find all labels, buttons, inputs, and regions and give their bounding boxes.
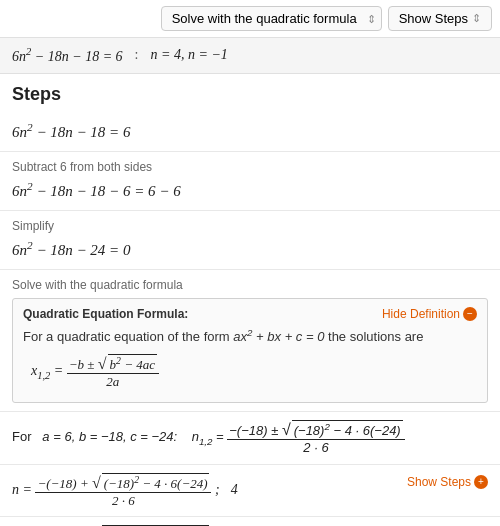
def-text-part1: For a quadratic equation of the form [23, 329, 230, 344]
header-equation: 6n2 − 18n − 18 = 6 [12, 46, 123, 65]
step-2-equation: 6n2 − 18n − 18 − 6 = 6 − 6 [12, 178, 488, 202]
header-solution: n = 4, n = −1 [151, 47, 228, 63]
solution-1-show-steps-icon: + [474, 475, 488, 489]
hide-def-icon: − [463, 307, 477, 321]
equation-header: 6n2 − 18n − 18 = 6 : n = 4, n = −1 [0, 38, 500, 74]
definition-header: Quadratic Equation Formula: Hide Definit… [23, 307, 477, 321]
header-separator: : [135, 47, 139, 63]
show-steps-arrow-icon: ⇕ [472, 12, 481, 25]
quadratic-formula-display: x1,2 = −b ± √b2 − 4ac 2a [23, 352, 477, 394]
solution-1-answer: 4 [231, 482, 238, 497]
show-steps-button[interactable]: Show Steps ⇕ [388, 6, 492, 31]
show-steps-label: Show Steps [399, 11, 468, 26]
content-area: Steps 6n2 − 18n − 18 = 6 Subtract 6 from… [0, 74, 500, 526]
solution-2-block: Show Steps + n = −(−18) − √(−18)2 − 4 · … [0, 517, 500, 526]
step-3-equation: 6n2 − 18n − 24 = 0 [12, 237, 488, 261]
sol1-fraction: −(−18) + √(−18)2 − 4 · 6(−24) 2 · 6 [35, 473, 211, 509]
step-1-block: 6n2 − 18n − 18 = 6 [0, 111, 500, 152]
for-formula-fraction: −(−18) ± √(−18)2 − 4 · 6(−24) 2 · 6 [227, 420, 404, 456]
def-suffix: the solutions are [328, 329, 423, 344]
method-dropdown[interactable]: Solve with the quadratic formula [161, 6, 382, 31]
step-3-label: Simplify [12, 219, 488, 233]
step-3-block: Simplify 6n2 − 18n − 24 = 0 [0, 211, 500, 270]
quadratic-formula-fraction: −b ± √b2 − 4ac 2a [67, 354, 159, 390]
hide-definition-button[interactable]: Hide Definition − [382, 307, 477, 321]
solution-1-block: Show Steps + n = −(−18) + √(−18)2 − 4 · … [0, 465, 500, 518]
for-values: a = 6, b = −18, c = −24: [42, 429, 177, 444]
definition-box: Quadratic Equation Formula: Hide Definit… [12, 298, 488, 403]
solution-1-show-steps-button[interactable]: Show Steps + [407, 475, 488, 489]
step-2-label: Subtract 6 from both sides [12, 160, 488, 174]
def-form: ax2 + bx + c = 0 [233, 329, 324, 344]
quadratic-section-title: Solve with the quadratic formula [12, 278, 488, 292]
for-line: For a = 6, b = −18, c = −24: n1,2 = −(−1… [0, 412, 500, 465]
definition-label: Quadratic Equation Formula: [23, 307, 188, 321]
solution-1-show-steps-label: Show Steps [407, 475, 471, 489]
method-dropdown-wrapper[interactable]: Solve with the quadratic formula [161, 6, 382, 31]
for-label: For [12, 429, 39, 444]
steps-title: Steps [0, 74, 500, 111]
hide-def-label: Hide Definition [382, 307, 460, 321]
step-1-equation: 6n2 − 18n − 18 = 6 [12, 119, 488, 143]
for-formula-display: n1,2 = −(−18) ± √(−18)2 − 4 · 6(−24) 2 ·… [192, 429, 405, 444]
quadratic-section: Solve with the quadratic formula Quadrat… [0, 270, 500, 412]
step-2-block: Subtract 6 from both sides 6n2 − 18n − 1… [0, 152, 500, 211]
top-bar: Solve with the quadratic formula Show St… [0, 0, 500, 38]
definition-text: For a quadratic equation of the form ax2… [23, 327, 477, 344]
